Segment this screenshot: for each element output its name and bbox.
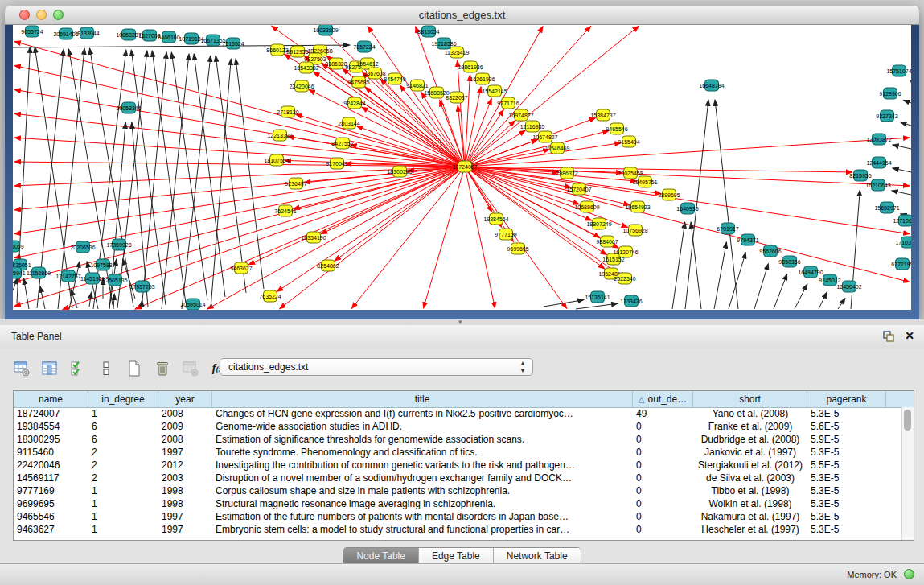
table-cell[interactable]: Hescheler et al. (1997)	[693, 524, 807, 535]
network-node[interactable]: 17957253	[129, 281, 154, 292]
network-node[interactable]: 10688609	[574, 201, 599, 212]
network-node[interactable]: 16648784	[699, 80, 724, 91]
network-node[interactable]: 15692971	[874, 202, 899, 213]
network-node[interactable]: 12710626	[893, 215, 911, 226]
table-cell[interactable]: 0	[633, 498, 693, 509]
table-row[interactable]: 946554611997Estimation of the future num…	[14, 510, 902, 523]
table-cell[interactable]: Estimation of significance thresholds fo…	[212, 434, 633, 445]
table-cell[interactable]: 1	[88, 485, 158, 496]
network-node[interactable]: 11546469	[545, 142, 570, 154]
tab-network-table[interactable]: Network Table	[494, 548, 581, 565]
network-node[interactable]: 15542145	[482, 85, 507, 97]
network-node[interactable]: 10975887	[90, 259, 115, 270]
network-node[interactable]: 9227343	[876, 110, 897, 122]
table-cell[interactable]: de Silva et al. (2003)	[693, 472, 807, 484]
network-node[interactable]: 2526059	[13, 241, 24, 252]
network-node[interactable]: 15751074	[886, 65, 911, 76]
table-cell[interactable]: 19384554	[14, 421, 88, 432]
network-node[interactable]: 15136141	[585, 291, 610, 303]
network-node[interactable]: 12505135	[102, 274, 127, 286]
table-cell[interactable]: Wolkin et al. (1998)	[693, 498, 807, 509]
table-cell[interactable]: 2	[88, 472, 158, 484]
table-settings-button[interactable]	[11, 358, 32, 379]
table-cell[interactable]: 22420046	[14, 459, 88, 471]
network-window-titlebar[interactable]: citations_edges.txt	[5, 6, 919, 25]
network-node[interactable]: 9475685	[347, 76, 369, 88]
network-node[interactable]: 19654923	[625, 201, 650, 212]
network-node[interactable]: 12444154	[866, 157, 891, 168]
network-node[interactable]: 9055724	[21, 26, 43, 37]
table-cell[interactable]: 14569117	[14, 472, 88, 484]
table-row[interactable]: 1872400712008Changes of HCN gene express…	[14, 407, 902, 420]
network-node[interactable]: 8454749	[384, 73, 405, 84]
network-node[interactable]: 15384737	[590, 109, 615, 121]
table-cell[interactable]: Investigating the contribution of common…	[212, 459, 633, 471]
network-node[interactable]: 9155494	[618, 136, 639, 147]
table-cell[interactable]: 2003	[158, 472, 212, 484]
network-node[interactable]: 9699695	[507, 243, 528, 254]
network-node[interactable]: 10674827	[532, 131, 557, 142]
network-node[interactable]: 12116935	[520, 121, 545, 132]
table-cell[interactable]: 9777169	[14, 485, 88, 496]
table-cell[interactable]: Nakamura et al. (1997)	[693, 511, 807, 522]
column-header-short[interactable]: short	[693, 391, 807, 407]
network-node[interactable]: 9465546	[606, 123, 627, 134]
network-node[interactable]: 19861936	[458, 61, 483, 72]
close-panel-icon[interactable]: ✕	[905, 329, 914, 342]
table-cell[interactable]: Estimation of the future numbers of pati…	[212, 511, 633, 522]
table-cell[interactable]: 9115460	[14, 447, 88, 458]
table-cell[interactable]: 0	[633, 447, 693, 458]
network-node[interactable]: 2803144	[338, 117, 359, 129]
network-node[interactable]: 1733426	[620, 295, 642, 307]
network-node[interactable]: 16210643	[865, 179, 890, 191]
table-cell[interactable]: 2008	[158, 434, 212, 445]
network-node[interactable]: 11156869	[27, 267, 51, 278]
table-cell[interactable]: 1	[88, 498, 158, 509]
table-cell[interactable]: 2	[88, 447, 158, 458]
tab-node-table[interactable]: Node Table	[343, 548, 419, 565]
table-row[interactable]: 946362711997Embryonic stem cells: a mode…	[14, 523, 902, 536]
table-cell[interactable]: 0	[633, 434, 693, 445]
network-node[interactable]: 8254862	[317, 260, 339, 271]
column-header-indegree[interactable]: in_degree	[88, 391, 158, 407]
table-cell[interactable]: 5.3E-5	[807, 485, 886, 496]
table-row[interactable]: 977716911998Corpus callosum shape and si…	[14, 484, 902, 497]
table-cell[interactable]: 5.3E-5	[807, 447, 886, 458]
column-header-year[interactable]: year	[158, 391, 212, 407]
table-cell[interactable]: 2012	[158, 459, 212, 471]
table-cell[interactable]: 0	[633, 421, 693, 432]
table-row[interactable]: 2242004622012Investigating the contribut…	[14, 459, 902, 472]
table-scrollbar[interactable]	[901, 407, 914, 540]
table-cell[interactable]: 1997	[158, 511, 212, 522]
table-cell[interactable]: Changes of HCN gene expression and I(f) …	[212, 408, 633, 419]
table-cell[interactable]: 1	[88, 524, 158, 535]
network-node[interactable]: 7635224	[259, 290, 281, 302]
row-options-button[interactable]	[96, 358, 117, 379]
table-cell[interactable]: Structural magnetic resonance image aver…	[212, 498, 633, 509]
table-cell[interactable]: 9463627	[14, 524, 88, 535]
network-node[interactable]: 1640935	[676, 203, 698, 214]
table-cell[interactable]: 0	[633, 511, 693, 522]
table-cell[interactable]: Dudbridge et al. (2008)	[693, 434, 807, 445]
network-node[interactable]: 9794371	[737, 234, 758, 245]
network-node[interactable]: 11451911	[80, 273, 105, 284]
table-cell[interactable]: Stergiakouli et al. (2012)	[693, 459, 807, 471]
network-node[interactable]: 16033809	[313, 25, 338, 35]
network-node[interactable]: 6772195	[891, 258, 911, 270]
table-cell[interactable]: 0	[633, 472, 693, 484]
tab-edge-table[interactable]: Edge Table	[419, 548, 494, 565]
network-canvas[interactable]: 1872400718300295866012389129551822605898…	[13, 25, 911, 310]
column-header-pagerank[interactable]: pagerank	[807, 391, 886, 407]
table-cell[interactable]: 6	[88, 421, 158, 432]
network-node[interactable]: 16261936	[470, 73, 495, 84]
column-header-name[interactable]: name	[14, 391, 88, 407]
table-cell[interactable]: 18724007	[14, 408, 88, 419]
table-cell[interactable]: 5.9E-5	[807, 434, 886, 445]
table-cell[interactable]: 2	[88, 459, 158, 471]
network-node[interactable]: 9777169	[495, 229, 516, 240]
network-node[interactable]: 18133044	[74, 27, 99, 39]
network-node[interactable]: 7986372	[556, 167, 577, 179]
table-row[interactable]: 911546021997Tourette syndrome. Phenomeno…	[14, 446, 902, 459]
network-node[interactable]: 9129966	[879, 88, 901, 99]
network-node[interactable]: 8215955	[849, 170, 871, 181]
